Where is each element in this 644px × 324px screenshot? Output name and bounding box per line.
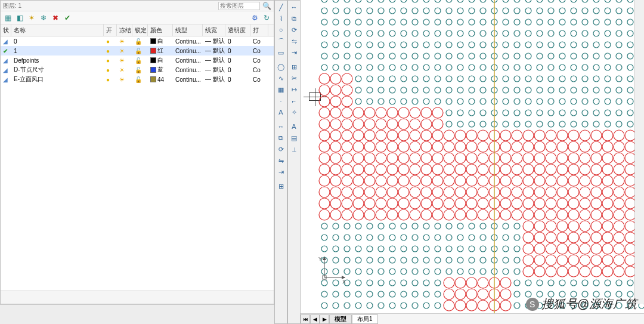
layer-lineweight[interactable]: — 默认 [203,75,225,84]
array-tool[interactable]: ⊞ [275,181,286,192]
layer-transparency[interactable]: 0 [225,48,250,54]
bulb-icon[interactable]: ● [106,48,110,54]
tab-nav-first[interactable]: ⏮ [301,314,310,324]
sun-icon[interactable]: ☀ [119,57,125,64]
lock-icon[interactable]: 🔓 [135,76,142,83]
refresh-icon[interactable]: ↻ [262,13,271,23]
text-tool[interactable]: A [275,107,286,118]
layer-linetype[interactable]: Continu... [173,48,203,54]
table-tool[interactable]: ▤ [289,132,299,143]
layer-linetype[interactable]: Continu... [173,57,203,64]
layer-lineweight[interactable]: — 默认 [203,37,225,45]
layer-lineweight[interactable]: — 默认 [203,66,225,74]
layer-color[interactable]: 白 [148,56,173,64]
point-tool[interactable]: · [275,95,286,106]
bulb-icon[interactable]: ● [106,38,110,45]
layer-plot[interactable]: Co [250,57,268,64]
vertical-scrollbar[interactable] [634,0,644,304]
layer-name[interactable]: D-节点尺寸 [11,66,104,74]
apply-icon[interactable]: ✔ [63,13,72,23]
layer-linetype[interactable]: Continu... [173,67,203,73]
layer-search-input[interactable] [218,2,260,10]
col-transparency[interactable]: 透明度 [225,24,250,36]
dim-tool[interactable]: ⟂ [289,144,299,155]
layer-plot[interactable]: Co [250,38,268,45]
lock-icon[interactable]: 🔓 [135,38,142,45]
tab-model[interactable]: 模型 [329,314,352,324]
rect-tool[interactable]: ▭ [275,47,286,58]
sun-icon[interactable]: ☀ [119,38,125,45]
layer-name[interactable]: 0 [11,38,104,45]
search-icon[interactable]: 🔍 [262,1,271,11]
layer-color[interactable]: 44 [148,76,173,83]
delete-layer-icon[interactable]: ✖ [51,13,60,23]
layer-row[interactable]: ◢D-节点尺寸●☀🔓 蓝Continu...— 默认0Co [1,65,274,75]
copy-tool[interactable]: ⧉ [289,13,299,24]
col-name[interactable]: 名称 [11,24,104,36]
layer-linetype[interactable]: Continu... [173,38,203,45]
explode-tool[interactable]: ✧ [289,107,299,118]
layer-color[interactable]: 红 [148,47,173,55]
sun-icon[interactable]: ☀ [119,67,125,73]
mirror-tool[interactable]: ⇋ [289,36,299,47]
bulb-icon[interactable]: ● [106,57,110,64]
col-freeze[interactable]: 冻结 [117,24,132,36]
tab-nav-prev[interactable]: ◀ [310,314,320,324]
col-color[interactable]: 颜色 [148,24,173,36]
bulb-icon[interactable]: ● [106,76,110,83]
new-layer-icon[interactable]: ◧ [15,13,24,23]
layer-row[interactable]: ✔1●☀🔓 红Continu...— 默认0Co [1,46,274,55]
freeze-layer-icon[interactable]: ❄ [39,13,48,23]
line-tool[interactable]: ╱ [275,2,286,13]
col-lineweight[interactable]: 线宽 [203,24,225,36]
tab-layout1[interactable]: 布局1 [352,314,378,324]
col-plot[interactable]: 打 [250,24,268,36]
layer-state-icon[interactable]: ✶ [27,13,36,23]
layer-lineweight[interactable]: — 默认 [203,56,225,64]
ellipse-tool[interactable]: ◯ [275,61,286,72]
layer-color[interactable]: 蓝 [148,66,173,74]
fillet-tool[interactable]: ⌐ [289,95,299,106]
sun-icon[interactable]: ☀ [119,48,125,54]
array-tool[interactable]: ⊞ [289,61,299,72]
layer-row[interactable]: ◢Defpoints●☀🔓 白Continu...— 默认0Co [1,55,274,65]
layer-linetype[interactable]: Continu... [173,76,203,83]
lock-icon[interactable]: 🔓 [135,48,142,54]
layer-transparency[interactable]: 0 [225,67,250,73]
extend-tool[interactable]: ↦ [289,84,299,95]
trim-tool[interactable]: ✂ [289,73,299,84]
text-A-tool[interactable]: A [289,121,299,132]
polyline-tool[interactable]: ⌇ [275,13,286,24]
move-tool[interactable]: ↔ [289,2,299,13]
mirror-tool[interactable]: ⇋ [275,155,286,166]
col-lock[interactable]: 锁定 [132,24,148,36]
offset-tool[interactable]: ⇥ [275,166,286,177]
layer-plot[interactable]: Co [250,67,268,73]
layer-lineweight[interactable]: — 默认 [203,47,225,55]
layer-transparency[interactable]: 0 [225,38,250,45]
col-linetype[interactable]: 线型 [173,24,203,36]
offset-tool[interactable]: ⇥ [289,47,299,58]
arc-tool[interactable]: ⌒ [275,36,286,47]
lock-icon[interactable]: 🔓 [135,67,142,73]
circle-tool[interactable]: ○ [275,24,286,35]
rotate-tool[interactable]: ⟳ [289,24,299,35]
col-on[interactable]: 开 [104,24,117,36]
layer-plot[interactable]: Co [250,48,268,54]
move-tool[interactable]: ↔ [275,121,286,132]
rotate-tool[interactable]: ⟳ [275,144,286,155]
spline-tool[interactable]: ∿ [275,73,286,84]
layer-color[interactable]: 白 [148,37,173,45]
layer-name[interactable]: E-立面风口 [11,75,104,84]
bulb-icon[interactable]: ● [106,67,110,73]
sun-icon[interactable]: ☀ [119,76,125,83]
layer-row[interactable]: ◢E-立面风口●☀🔓 44Continu...— 默认0Co [1,75,274,84]
layer-transparency[interactable]: 0 [225,76,250,83]
tab-nav-next[interactable]: ▶ [320,314,329,324]
filter-icon[interactable]: ⚙ [250,13,259,23]
layer-name[interactable]: Defpoints [11,57,104,64]
hatch-tool[interactable]: ▦ [275,84,286,95]
layer-props-icon[interactable]: ▦ [3,13,13,23]
layer-plot[interactable]: Co [250,76,268,83]
copy-tool[interactable]: ⧉ [275,132,286,143]
